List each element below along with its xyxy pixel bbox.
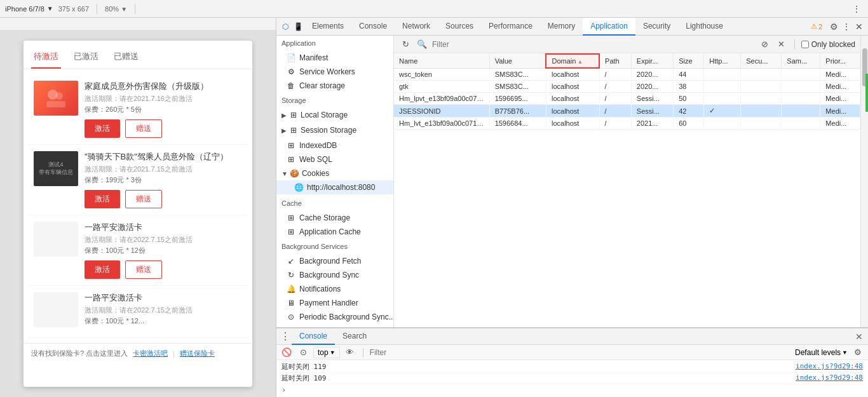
cache-storage-icon: ⊞ <box>287 213 295 222</box>
notifications-icon: 🔔 <box>287 285 295 293</box>
sidebar-item-payment[interactable]: 🖥 Payment Handler <box>276 296 393 310</box>
col-path[interactable]: Path <box>599 54 631 68</box>
gift-button[interactable]: 赠送 <box>125 190 162 208</box>
sidebar-item-bg-fetch[interactable]: ↙ Background Fetch <box>276 254 393 268</box>
scrollbar-area[interactable] <box>860 36 868 327</box>
card-activation-link[interactable]: 卡密激活吧 <box>133 349 168 358</box>
only-blocked-label[interactable]: Only blocked <box>801 40 855 49</box>
col-domain[interactable]: Domain▲ <box>546 54 599 68</box>
mobile-toggle-button[interactable]: 📱 <box>292 20 304 33</box>
product-actions: 激活 赠送 <box>85 260 242 279</box>
table-row[interactable]: Hm_lvt_e13bf09a00c071cb...1596684...loca… <box>394 118 860 130</box>
gift-button[interactable]: 赠送 <box>125 260 162 279</box>
device-selector[interactable]: iPhone 6/7/8 ▼ <box>5 5 53 13</box>
sidebar-item-manifest[interactable]: 📄 Manifest <box>276 51 393 65</box>
col-same[interactable]: Sam... <box>782 54 820 68</box>
col-expiry[interactable]: Expir... <box>631 54 673 68</box>
col-priority[interactable]: Prior... <box>820 54 860 68</box>
cookies-header[interactable]: ▼ 🍪 Cookies <box>276 166 393 180</box>
context-select[interactable]: top ▼ <box>313 347 340 358</box>
tab-console-bottom[interactable]: Console <box>292 328 335 345</box>
refresh-button[interactable]: ↻ <box>399 38 412 51</box>
activate-button[interactable]: 激活 <box>85 260 120 279</box>
col-size[interactable]: Size <box>674 54 704 68</box>
tab-sources[interactable]: Sources <box>438 18 481 36</box>
sidebar-item-service-workers[interactable]: ⚙ Service Workers <box>276 65 393 79</box>
local-storage-header[interactable]: ▶ ⊞ Local Storage <box>276 108 393 122</box>
product-info: 家庭成员意外伤害保险（升级版） 激活期限：请在2021.7.16之前激活 保费：… <box>85 81 242 138</box>
sidebar-item-web-sql[interactable]: ⊞ Web SQL <box>276 152 393 166</box>
activate-button[interactable]: 激活 <box>85 119 120 138</box>
stop-logging-button[interactable]: ⊙ <box>297 346 309 359</box>
table-row[interactable]: wsc_tokenSMS83C...localhost/2020...44Med… <box>394 68 860 81</box>
sidebar-item-bg-sync[interactable]: ↻ Background Sync <box>276 268 393 282</box>
table-cell <box>782 93 820 105</box>
tab-console[interactable]: Console <box>351 18 395 36</box>
eye-button[interactable]: 👁 <box>344 346 356 359</box>
settings-button[interactable]: ⚙ <box>827 20 840 33</box>
console-filter-input[interactable] <box>370 348 791 357</box>
sidebar-item-notifications[interactable]: 🔔 Notifications <box>276 282 393 296</box>
console-source-link[interactable]: index.js?9d29:48 <box>796 362 863 372</box>
product-expiry: 激活期限：请在2022.7.15之前激活 <box>85 306 242 315</box>
sidebar-item-cache-storage[interactable]: ⊞ Cache Storage <box>276 211 393 225</box>
section-application: Application <box>276 36 393 51</box>
product-actions: 激活 赠送 <box>85 119 242 138</box>
col-value[interactable]: Value <box>489 54 546 68</box>
tab-network[interactable]: Network <box>395 18 438 36</box>
table-row[interactable]: gtkSMS83C...localhost/2020...38Medi... <box>394 81 860 93</box>
tab-lighthouse[interactable]: Lighthouse <box>678 18 731 36</box>
table-cell: gtk <box>394 81 489 93</box>
zoom-dropdown-icon[interactable]: ▼ <box>121 6 127 13</box>
close-console-button[interactable]: ✕ <box>853 330 865 343</box>
activate-button[interactable]: 激活 <box>85 190 120 208</box>
console-more-button[interactable]: ⋮ <box>279 330 292 343</box>
sidebar-item-clear-storage[interactable]: 🗑 Clear storage <box>276 79 393 93</box>
cookies-icon: 🍪 <box>290 169 299 178</box>
console-text: 延时关闭 109 <box>281 373 327 383</box>
prompt-arrow: › <box>281 386 286 394</box>
product-expiry: 激活期限：请在2021.7.16之前激活 <box>85 94 242 104</box>
dock-button[interactable]: ⬡ <box>279 20 292 33</box>
clear-console-button[interactable]: 🚫 <box>280 346 293 359</box>
only-blocked-checkbox[interactable] <box>801 41 809 48</box>
app-tab-gifted[interactable]: 已赠送 <box>111 46 141 69</box>
sidebar-item-app-cache[interactable]: ⊞ Application Cache <box>276 225 393 239</box>
more-tabs-button[interactable]: ⋮ <box>840 20 853 33</box>
sidebar-subitem-localhost[interactable]: 🌐 http://localhost:8080 <box>276 180 393 194</box>
default-levels-select[interactable]: Default levels ▼ <box>795 348 848 357</box>
table-cell: wsc_token <box>394 68 489 81</box>
tab-security[interactable]: Security <box>635 18 678 36</box>
gift-button[interactable]: 赠送 <box>125 119 162 138</box>
tab-memory[interactable]: Memory <box>540 18 583 36</box>
filter-input[interactable] <box>432 38 755 51</box>
more-options-button[interactable]: ⋮ <box>850 3 863 15</box>
session-storage-header[interactable]: ▶ ⊞ Session Storage <box>276 123 393 137</box>
dropdown-arrow-icon[interactable]: ▼ <box>47 5 53 12</box>
cookie-table: Name Value Domain▲ Path Expir... Size Ht… <box>394 53 860 327</box>
col-http[interactable]: Http... <box>704 54 741 68</box>
clear-cookies-button[interactable]: ⊘ <box>759 38 771 51</box>
tab-search[interactable]: Search <box>335 328 374 345</box>
devtools-main: Application 📄 Manifest ⚙ Service Workers… <box>276 36 868 327</box>
table-cell: Sessi... <box>631 105 673 118</box>
console-source-link[interactable]: index.js?9d29:48 <box>796 373 863 383</box>
table-row[interactable]: Hm_lpvt_e13bf09a00c071c...1596695...loca… <box>394 93 860 105</box>
sidebar-item-indexeddb[interactable]: ⊞ IndexedDB <box>276 138 393 152</box>
col-name[interactable]: Name <box>394 54 489 68</box>
tab-elements[interactable]: Elements <box>304 18 351 36</box>
col-secure[interactable]: Secu... <box>741 54 782 68</box>
app-tab-pending[interactable]: 待激活 <box>31 46 61 69</box>
table-cell: 1596695... <box>489 93 546 105</box>
console-settings-button[interactable]: ⚙ <box>851 346 864 359</box>
app-tab-activated[interactable]: 已激活 <box>71 46 101 69</box>
tab-performance[interactable]: Performance <box>481 18 540 36</box>
cookies-url-label: http://localhost:8080 <box>307 183 375 192</box>
gift-card-link[interactable]: 赠送保险卡 <box>180 349 215 358</box>
tab-application[interactable]: Application <box>583 18 635 36</box>
product-image: 测试4 带有车辆信息 <box>34 151 78 186</box>
sidebar-item-periodic-bg[interactable]: ⊙ Periodic Background Sync... <box>276 310 393 324</box>
close-devtools-button[interactable]: ✕ <box>853 20 865 33</box>
table-row[interactable]: JSESSIONIDB775B76...localhost/Sessi...42… <box>394 105 860 118</box>
delete-button[interactable]: ✕ <box>775 38 788 51</box>
